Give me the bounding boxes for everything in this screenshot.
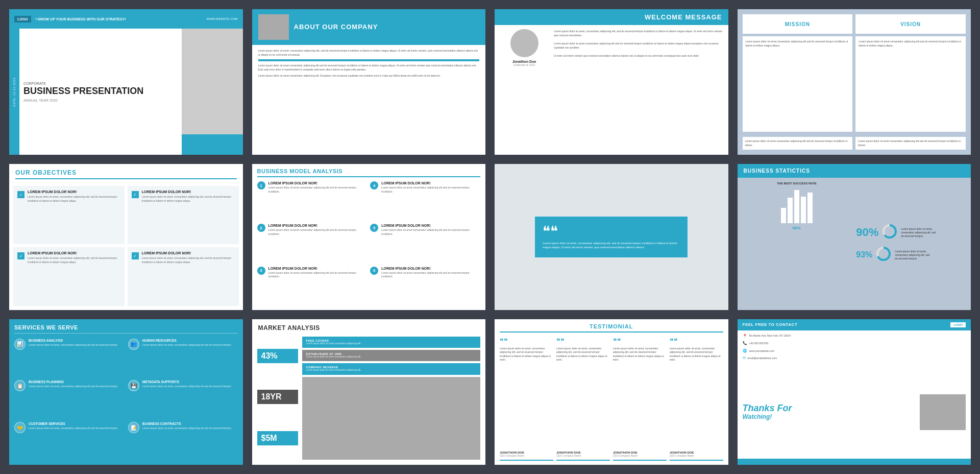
body-content: Lorem ipsum dolor sit amet, consectetur … [252,45,486,155]
check-icon-3: ✓ [17,252,24,259]
quote-icon-2: ❝❝ [556,337,610,345]
slide-header: ABOUT OUR COMPANY [252,9,486,45]
logo: LOGO [14,16,31,22]
quote-text: Lorem ipsum dolor sit amet, consectetur … [543,241,680,250]
testi-person-2: JONATHON DOE CEO Company Name [556,451,610,457]
slide-bma: BUSINESS MODEL ANALYSIS 1 LOREM IPSUM DO… [252,164,486,310]
market-image [302,377,481,460]
slide-header: TESTIMONIAL [500,323,723,333]
big-pct-90: 90% [856,226,878,239]
customer-icon: 🤝 [14,422,26,433]
num-2: 2 [257,224,265,232]
stat-val-3: $5M [261,434,277,442]
pct-label-1: 90% [793,226,801,230]
company-image [258,14,289,40]
welcome-body: Jonathon Doe Chairman & CEO Lorem ipsum … [495,25,728,155]
email-text: email@emailaddress.com [748,356,777,361]
bar-chart-area: THE BEST SUCCESS RATE 90% [742,182,852,305]
mkt-desc-1: Lorem ipsum dolor sit amet consectetur a… [306,342,477,345]
location-icon: 📍 [743,333,747,340]
email-icon: ✉ [743,355,746,362]
extra-col-2: Lorem ipsum dolor sit amet consectetur a… [855,137,966,150]
svc-contracts: 📝 BUSINESS CONTRACTS Lorem ipsum dolor s… [128,422,238,460]
slide-services: SERVICES WE SERVE 📊 BUSINESS ANALYSIS Lo… [9,319,243,465]
market-body: 43% 18YR $5M FREE COVERS Lorem ipsum dol… [252,334,486,465]
bar-5 [807,193,813,223]
mkt-desc-3: Lorem ipsum dolor sit amet consectetur a… [306,369,477,372]
obj-text-1: LOREM IPSUM DOLOR NOR! Lorem ipsum dolor… [28,190,120,240]
mv-header-row: MISSION VISION [743,14,966,34]
bma-grid: 1 LOREM IPSUM DOLOR NOR! Lorem ipsum dol… [252,177,486,310]
vision-box: VISION [855,14,966,34]
quote-mark-icon: ❝❝ [543,224,680,239]
cover-content: DATE: 12-12-2030 CORPORATE BUSINESS PRES… [9,29,243,155]
slide-objectives: OUR OBJECTIVES ✓ LOREM IPSUM DOLOR NOR! … [9,164,243,310]
contracts-icon: 📝 [128,422,139,433]
date: DATE: 12-12-2030 [13,77,16,106]
services-grid: 📊 BUSINESS ANALYSIS Lorem ipsum dolor si… [14,339,238,460]
svc-text-4: METADATA SUPPORTS Lorem ipsum dolor sit … [142,380,232,389]
tagline: ❝ GROW UP YOUR BUSINESS WITH OUR STRATEG… [35,17,207,21]
num-5: 5 [370,224,378,232]
obj-item-1: ✓ LOREM IPSUM DOLOR NOR! Lorem ipsum dol… [13,186,125,244]
bm-text-6: LOREM IPSUM DOLOR NOR! Lorem ipsum dolor… [381,267,480,279]
person-photo [510,29,538,57]
bm-text-5: LOREM IPSUM DOLOR NOR! Lorem ipsum dolor… [381,224,480,236]
lorem-text-1: Lorem ipsum dolor sit amet, consectetur … [258,49,480,57]
bm-text-4: LOREM IPSUM DOLOR NOR! Lorem ipsum dolor… [381,181,480,194]
svc-human-resources: 👥 HUMAN RESOURCES Lorem ipsum dolor sit … [128,339,238,376]
slide-about: ABOUT OUR COMPANY Lorem ipsum dolor sit … [252,9,486,155]
bm-text-3: LOREM IPSUM DOLOR NOR! Lorem ipsum dolor… [268,267,368,279]
address-row: 📍 56 Atlantic Ave, New York, NY 10014 [743,333,966,340]
slide-title: MARKET ANALYSIS [258,324,480,331]
stat-93-desc: Lorem ipsum dolor sit amet, consectetur … [895,250,930,260]
num-1: 1 [257,181,265,189]
testi-person-3: JONATHON DOE CEO Company Name [613,451,667,457]
slide-title: BUSINESS STATICTICS [744,168,965,174]
obj-item-2: ✓ LOREM IPSUM DOLOR NOR! Lorem ipsum dol… [128,186,239,244]
mv-content: Lorem ipsum dolor sit amet consectetur a… [738,36,971,137]
slide-cover: LOGO ❝ GROW UP YOUR BUSINESS WITH OUR ST… [9,9,243,155]
testi-1: ❝❝ Lorem ipsum dolor sit amet, consectet… [500,337,553,461]
divider [258,59,480,61]
bm-item-4: 4 LOREM IPSUM DOLOR NOR! Lorem ipsum dol… [370,181,480,221]
slide-title: TESTIMONIAL [500,323,723,329]
market-row-3: COMPANY REVENUE Lorem ipsum dolor sit am… [302,363,481,374]
obj-item-3: ✓ LOREM IPSUM DOLOR NOR! Lorem ipsum dol… [13,247,125,305]
lorem-text-2: Lorem ipsum dolor sit amet consectetur a… [258,64,480,72]
slide-title: ABOUT OUR COMPANY [294,23,378,31]
check-icon-2: ✓ [132,191,139,198]
best-rate-label: THE BEST SUCCESS RATE [777,182,817,185]
testimonials-row: ❝❝ Lorem ipsum dolor sit amet, consectet… [495,333,728,465]
welcome-text: Lorem ipsum dolor sit amet, consectetur … [554,29,724,151]
bm-item-5: 5 LOREM IPSUM DOLOR NOR! Lorem ipsum dol… [370,224,480,263]
svc-metadata: 💾 METADATA SUPPORTS Lorem ipsum dolor si… [128,380,238,418]
corp-label: CORPORATE [23,82,178,85]
num-3: 3 [257,267,265,275]
top-bar: LOGO ❝ GROW UP YOUR BUSINESS WITH OUR ST… [9,9,243,29]
svc-text-1: BUSINESS ANALYSIS Lorem ipsum dolor sit … [29,339,118,347]
bm-text-2: LOREM IPSUM DOLOR NOR! Lorem ipsum dolor… [268,224,368,236]
slide-quote: ❝❝ Lorem ipsum dolor sit amet, consectet… [495,164,728,310]
year-label: ANNUAL YEAR 2030 [23,99,178,102]
contact-header: FEEL FREE TO CONTACT LOGO [738,319,971,330]
slide-header: BUSINESS STATICTICS [738,164,971,178]
mission-box: MISSION [743,14,853,34]
bm-item-2: 2 LOREM IPSUM DOLOR NOR! Lorem ipsum dol… [257,224,368,263]
testi-2: ❝❝ Lorem ipsum dolor sit amet, consectet… [556,337,610,461]
slide-welcome: WELCOME MESSAGE Jonathon Doe Chairman & … [495,9,728,155]
testi-person-4: JONATHON DOE CEO Company Name [670,451,723,457]
slide-market-analysis: MARKET ANALYSIS 43% 18YR $5M FREE COVERS… [252,319,486,465]
stats-body: THE BEST SUCCESS RATE 90% 90% Lorem [738,178,971,310]
svc-text-5: CUSTOMER SERVICES Lorem ipsum dolor sit … [29,422,118,431]
mkt-desc-2: Lorem ipsum dolor sit amet consectetur a… [306,356,477,359]
obj-text-2: LOREM IPSUM DOLOR NOR! Lorem ipsum dolor… [142,190,235,240]
svc-text-3: BUSINESS PLANNING Lorem ipsum dolor sit … [29,380,118,389]
slide-header: OUR OBJECTIVES [9,164,243,182]
phone-icon: 📞 [743,340,747,347]
slide-header: WELCOME MESSAGE [495,9,728,25]
person-title: Chairman & CEO [513,63,535,66]
logo: LOGO [950,322,966,327]
slide-contact: FEEL FREE TO CONTACT LOGO 📍 56 Atlantic … [738,319,971,465]
obj-text-4: LOREM IPSUM DOLOR NOR! Lorem ipsum dolor… [142,251,235,301]
